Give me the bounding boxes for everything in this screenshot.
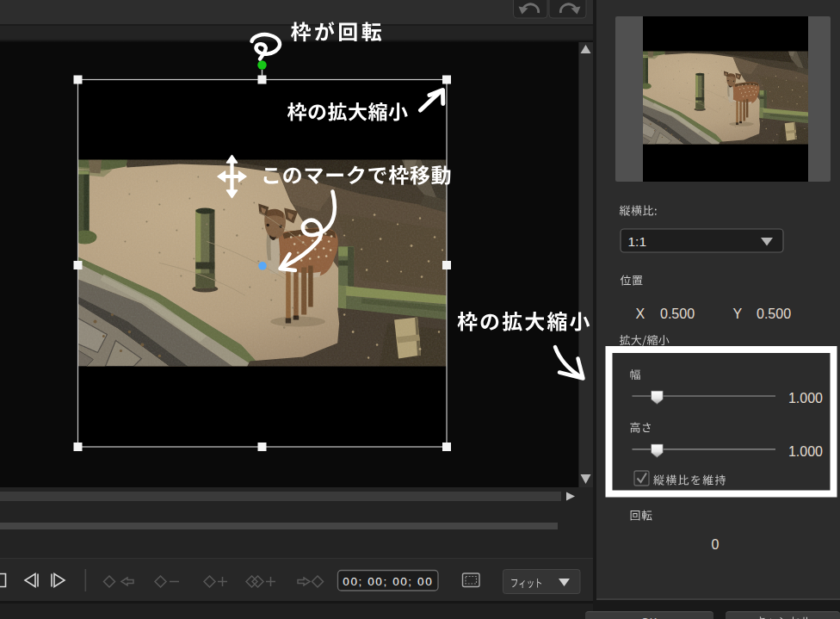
svg-text:Y: Y (733, 306, 743, 321)
svg-text:1:1: 1:1 (628, 234, 647, 249)
svg-text:0.500: 0.500 (660, 306, 695, 321)
svg-text:1.000: 1.000 (788, 444, 823, 459)
svg-text:0: 0 (712, 537, 720, 552)
svg-text:OK: OK (641, 616, 658, 619)
svg-text:1.000: 1.000 (788, 391, 823, 405)
svg-text:X: X (636, 306, 645, 321)
svg-text:0.500: 0.500 (757, 306, 791, 321)
svg-text:00; 00; 00; 00: 00; 00; 00; 00 (343, 575, 433, 588)
